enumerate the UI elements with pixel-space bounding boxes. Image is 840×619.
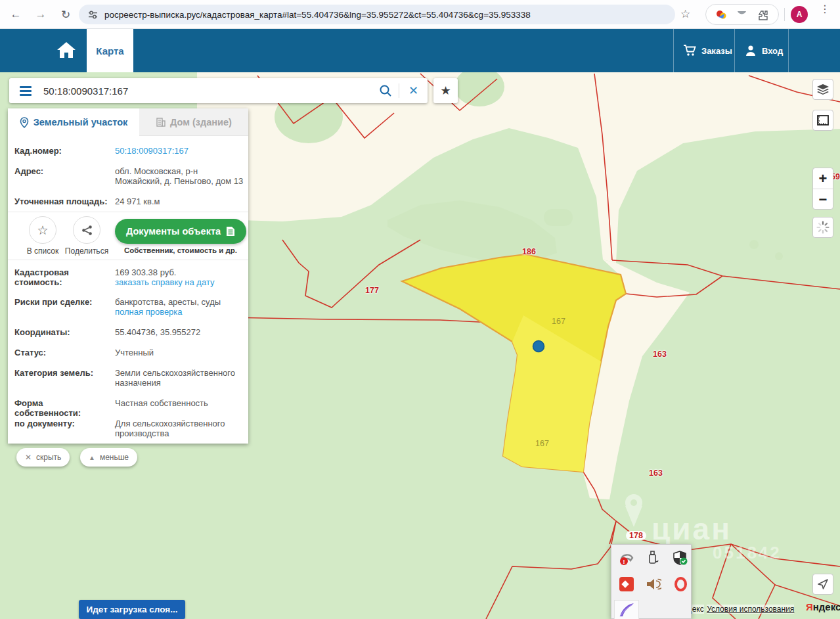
field-label: Форма собственности: (14, 398, 112, 418)
parcel-info-panel: Земельный участок Дом (здание) Кад.номер… (8, 108, 248, 444)
field-value: банкротства, аресты, суды полная проверк… (115, 297, 244, 317)
parcel-label-163b: 163 (649, 469, 663, 478)
parcel-point-marker (533, 341, 544, 352)
clear-search-icon[interactable]: ✕ (399, 83, 428, 98)
tab-house[interactable]: Дом (здание) (139, 108, 248, 136)
geolocate-arrow-icon (817, 578, 829, 590)
extension-icon-2[interactable] (736, 11, 747, 18)
tab-house-label: Дом (здание) (170, 117, 232, 127)
address-bar[interactable]: росреестр-выписка.рус/кадастровая_карта#… (79, 5, 675, 24)
parcel-label-177: 177 (365, 286, 379, 295)
feather-pen-icon (618, 602, 635, 618)
coordinates-value: 55.404736, 35.955272 (115, 327, 244, 337)
browser-toolbar: ← → ↻ росреестр-выписка.рус/кадастровая_… (0, 0, 840, 29)
less-label: меньше (100, 453, 129, 462)
collapse-panel-button[interactable]: ▲ меньше (80, 448, 137, 467)
cadastral-map-app: циан 051842 186 177 167 163 167 163 178 … (0, 0, 840, 619)
docs-button-label: Документы объекта (126, 226, 221, 237)
tab-land-label: Земельный участок (33, 117, 128, 127)
nav-login[interactable]: Вход (745, 29, 783, 72)
nav-orders[interactable]: Заказы (683, 29, 732, 72)
share-button[interactable] (73, 216, 100, 244)
search-icon[interactable] (379, 84, 392, 97)
parcel-label-167a: 167 (552, 317, 565, 326)
layers-icon (816, 83, 829, 95)
back-button[interactable]: ← (7, 5, 25, 24)
docs-button-caption: Собственник, стоимость и др. (115, 246, 246, 254)
extension-icon-1[interactable] (716, 9, 727, 20)
geolocate-button[interactable] (812, 574, 833, 595)
object-documents-button[interactable]: Документы объекта (115, 219, 246, 244)
zoom-control: + − (812, 168, 833, 210)
order-certificate-link[interactable]: заказать справку на дату (115, 277, 215, 287)
building-icon (156, 117, 166, 127)
tab-map[interactable]: Карта (87, 29, 133, 72)
close-icon: ✕ (25, 453, 32, 462)
usb-device-icon[interactable] (644, 548, 663, 568)
watermark-digits: 051842 (713, 543, 782, 563)
cadastral-number-link[interactable]: 50:18:0090317:167 (115, 146, 244, 156)
url-text: росреестр-выписка.рус/кадастровая_карта#… (104, 10, 531, 20)
search-bar: ✕ (9, 78, 428, 103)
reload-button[interactable]: ↻ (56, 5, 75, 24)
opera-icon[interactable] (671, 574, 690, 594)
search-input[interactable] (42, 85, 379, 97)
tab-land-parcel[interactable]: Земельный участок (8, 108, 139, 136)
nav-login-label: Вход (762, 46, 783, 56)
site-settings-icon[interactable] (88, 10, 98, 20)
headset-alert-icon[interactable]: ! (617, 548, 636, 568)
yandex-logo-rest: ндекс (813, 601, 840, 612)
system-tray-popup: ! (611, 544, 692, 619)
zoom-in-button[interactable]: + (813, 168, 833, 189)
security-shield-icon[interactable] (671, 548, 690, 568)
home-icon[interactable] (55, 39, 77, 61)
measure-button[interactable] (812, 110, 833, 131)
by-document-value: Для сельскохозяйственного производства (115, 419, 244, 438)
land-category-value: Земли сельскохозяйственного назначения (115, 368, 244, 388)
cart-icon (683, 45, 696, 57)
zoom-out-button[interactable]: − (813, 189, 833, 210)
add-to-list-button[interactable]: ☆ (29, 216, 56, 244)
watermark-cian: циан (652, 511, 732, 547)
nav-divider-2 (734, 29, 735, 72)
field-label: Статус: (14, 348, 112, 357)
share-icon (81, 225, 93, 236)
nav-orders-label: Заказы (701, 46, 732, 56)
red-app-icon[interactable] (617, 574, 636, 594)
hide-panel-button[interactable]: ✕ скрыть (16, 448, 70, 467)
terms-of-use-link[interactable]: Условия использования (707, 605, 794, 614)
parcel-label-178: 178 (626, 531, 646, 540)
profile-avatar[interactable]: A (791, 6, 808, 23)
forward-button[interactable]: → (32, 5, 50, 24)
share-label: Поделиться (62, 246, 112, 256)
yandex-logo[interactable]: Яндекс (806, 601, 840, 612)
map-attribution: ндекс Условия использования (683, 603, 794, 614)
parcel-label-167b: 167 (535, 439, 549, 448)
cadastral-cost-value: 169 303.38 руб. (115, 267, 176, 277)
extensions-pill (705, 4, 779, 25)
field-label: Координаты: (14, 327, 112, 337)
menu-burger-icon[interactable] (9, 84, 42, 98)
measure-icon (816, 114, 829, 127)
field-label: Кадастровая стоимость: (14, 267, 112, 287)
spinner-icon (816, 221, 829, 234)
menu-kebab-icon[interactable]: ⋮ (820, 6, 828, 12)
yandex-logo-first-letter: Я (806, 601, 813, 612)
extensions-puzzle-icon[interactable] (757, 9, 768, 20)
layer-loading-badge: Идет загрузка слоя... (79, 600, 185, 619)
volume-icon[interactable] (644, 574, 663, 594)
location-pin-icon (20, 117, 29, 128)
chevron-up-icon: ▲ (89, 454, 95, 461)
svg-text:!: ! (623, 559, 625, 565)
favorites-button[interactable]: ★ (433, 78, 458, 103)
feather-pen-cell[interactable] (614, 600, 639, 619)
document-icon (226, 226, 235, 237)
layers-button[interactable] (812, 79, 833, 100)
bookmark-star-icon[interactable]: ☆ (680, 7, 690, 21)
field-value: 169 303.38 руб. заказать справку на дату (115, 267, 244, 287)
add-to-list-label: В список (18, 246, 68, 256)
full-check-link[interactable]: полная проверка (115, 307, 183, 317)
loading-spinner-button[interactable] (812, 217, 833, 238)
field-value: 24 971 кв.м (115, 196, 244, 206)
field-label: по документу: (14, 419, 112, 428)
